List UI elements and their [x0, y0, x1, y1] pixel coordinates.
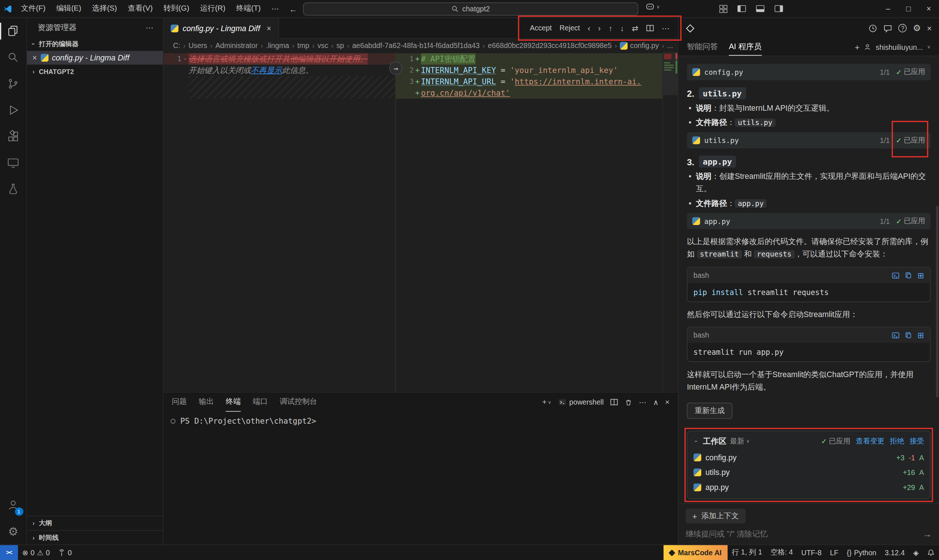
terminal-content[interactable]: PS D:\Project\other\chatgpt2> [163, 412, 678, 544]
diff-modified-pane[interactable]: 1 + # API密钥配置 2 + INTERNLM_API_KEY = 'yo… [396, 52, 663, 392]
menu-terminal[interactable]: 终端(T) [231, 0, 266, 17]
tab-problems[interactable]: 问题 [172, 392, 187, 412]
open-editor-item[interactable]: × config.py - Lingma Diff [27, 51, 163, 65]
code-content[interactable]: streamlit run app.py [688, 343, 930, 362]
search-icon[interactable] [0, 45, 27, 71]
shell-selector[interactable]: powershell [558, 398, 604, 406]
encoding[interactable]: UTF-8 [797, 545, 826, 560]
menu-run[interactable]: 运行(R) [195, 0, 231, 17]
run-debug-icon[interactable] [0, 97, 27, 123]
tab-debug-console[interactable]: 调试控制台 [279, 392, 317, 412]
minimap[interactable] [663, 52, 678, 392]
workspace-file-row[interactable]: config.py +3 -1 A [694, 450, 924, 465]
insert-code-icon[interactable]: ⊞ [917, 271, 924, 280]
tab-terminal[interactable]: 终端 [226, 392, 241, 412]
toggle-panel-icon[interactable] [751, 0, 769, 17]
marscode-status[interactable]: MarsCode AI [663, 545, 728, 560]
lingma-status-icon[interactable]: ◈ [909, 545, 923, 560]
diff-original-pane[interactable]: 1 - 选择语言或填充模版或打开其他编辑器以开始使用。 开始键入以关闭或不再显示… [163, 52, 396, 392]
ports-status[interactable]: 0 [54, 545, 76, 560]
file-result-row[interactable]: config.py 1/1 ✓已应用 [687, 64, 931, 80]
settings-gear-icon[interactable]: ⚙ [0, 518, 27, 545]
send-icon[interactable]: → [923, 529, 932, 539]
python-version[interactable]: 3.12.4 [881, 545, 909, 560]
customize-layout-icon[interactable] [714, 0, 732, 17]
prev-change-icon[interactable]: ‹ [587, 23, 590, 32]
file-result-row[interactable]: utils.py 1/1 ✓已应用 [687, 132, 931, 148]
maximize-button[interactable]: □ [898, 0, 919, 17]
history-icon[interactable] [868, 23, 877, 32]
workspace-file-row[interactable]: app.py +29 A [694, 480, 924, 495]
problems-status[interactable]: ⊗0 ⚠0 [18, 545, 54, 560]
menu-goto[interactable]: 转到(G) [158, 0, 195, 17]
help-icon[interactable]: ? [899, 24, 907, 32]
nav-back-icon[interactable]: ← [284, 4, 302, 14]
file-result-row[interactable]: app.py 1/1 ✓已应用 [687, 213, 931, 229]
kill-terminal-icon[interactable] [624, 398, 632, 406]
panel-scrollbar[interactable] [936, 206, 939, 397]
up-change-icon[interactable]: ↑ [609, 23, 612, 32]
menu-edit[interactable]: 编辑(E) [51, 0, 86, 17]
regenerate-button[interactable]: 重新生成 [687, 403, 732, 419]
run-in-terminal-icon[interactable] [892, 272, 899, 278]
add-context-button[interactable]: + 添加上下文 [686, 509, 745, 524]
notifications-bell-icon[interactable] [923, 545, 939, 560]
latest-selector[interactable]: 最新∨ [730, 436, 750, 446]
new-terminal-icon[interactable]: +∨ [542, 398, 551, 406]
view-changes-link[interactable]: 查看变更 [856, 436, 884, 446]
close-editor-icon[interactable]: × [32, 53, 37, 62]
tab-ai-programmer[interactable]: AI 程序员 [729, 38, 762, 55]
down-change-icon[interactable]: ↓ [620, 23, 624, 32]
menu-more-icon[interactable]: ⋯ [266, 0, 285, 17]
close-panel-icon[interactable]: × [927, 23, 932, 33]
feedback-icon[interactable] [883, 23, 893, 32]
menu-view[interactable]: 查看(V) [122, 0, 158, 17]
source-control-icon[interactable] [0, 71, 27, 97]
reject-all-link[interactable]: 拒绝 [890, 436, 904, 446]
apply-change-arrow-button[interactable]: → [389, 62, 402, 75]
eol-sequence[interactable]: LF [826, 545, 842, 560]
tab-ports[interactable]: 端口 [253, 392, 268, 412]
code-content[interactable]: pip install streamlit requests [688, 283, 930, 302]
reject-button[interactable]: Reject [560, 24, 580, 32]
close-tab-icon[interactable]: × [267, 24, 271, 32]
cursor-position[interactable]: 行 1, 列 1 [728, 545, 766, 560]
sidebar-more-icon[interactable]: ⋯ [146, 23, 153, 32]
tab-config-py[interactable]: config.py - Lingma Diff × [163, 18, 279, 39]
split-editor-icon[interactable] [646, 25, 654, 32]
remote-indicator[interactable]: >< [0, 545, 18, 560]
timeline-section[interactable]: › 时间线 [27, 530, 163, 545]
copy-code-icon[interactable] [905, 331, 912, 338]
toggle-secondary-sidebar-icon[interactable] [769, 0, 788, 17]
close-window-button[interactable]: × [919, 0, 939, 17]
remote-explorer-icon[interactable] [0, 149, 27, 176]
tab-smart-qa[interactable]: 智能问答 [687, 38, 718, 55]
copilot-icon[interactable]: ∨ [646, 3, 660, 11]
breadcrumb[interactable]: C:› Users› Administrator› .lingma› tmp› … [163, 39, 678, 52]
account-name[interactable]: shishuiliuyun... [876, 43, 923, 51]
settings-icon[interactable]: ⚙ [913, 23, 921, 33]
testing-icon[interactable] [0, 176, 27, 202]
split-terminal-icon[interactable] [611, 398, 618, 406]
outline-section[interactable]: › 大纲 [27, 515, 163, 530]
panel-more-icon[interactable]: ⋯ [639, 398, 646, 406]
toggle-sidebar-icon[interactable] [732, 0, 751, 17]
menu-selection[interactable]: 选择(S) [86, 0, 122, 17]
run-in-terminal-icon[interactable] [892, 332, 899, 338]
copy-code-icon[interactable] [905, 272, 912, 279]
indentation[interactable]: 空格: 4 [766, 545, 797, 560]
minimize-button[interactable]: – [878, 0, 898, 17]
open-editors-section[interactable]: › 打开的编辑器 [27, 37, 163, 51]
new-session-icon[interactable]: + [855, 42, 859, 52]
chat-input[interactable] [686, 529, 918, 538]
explorer-icon[interactable] [0, 18, 27, 45]
folder-section[interactable]: › CHATGPT2 [27, 65, 163, 78]
account-caret-icon[interactable]: ∨ [927, 45, 931, 50]
insert-code-icon[interactable]: ⊞ [917, 331, 924, 339]
close-panel-icon[interactable]: × [665, 398, 669, 406]
extensions-icon[interactable] [0, 123, 27, 149]
swap-diff-icon[interactable]: ⇄ [632, 23, 638, 32]
workspace-file-row[interactable]: utils.py +16 A [694, 465, 924, 480]
maximize-panel-icon[interactable]: ∧ [653, 398, 658, 406]
more-actions-icon[interactable]: ⋯ [662, 23, 669, 32]
